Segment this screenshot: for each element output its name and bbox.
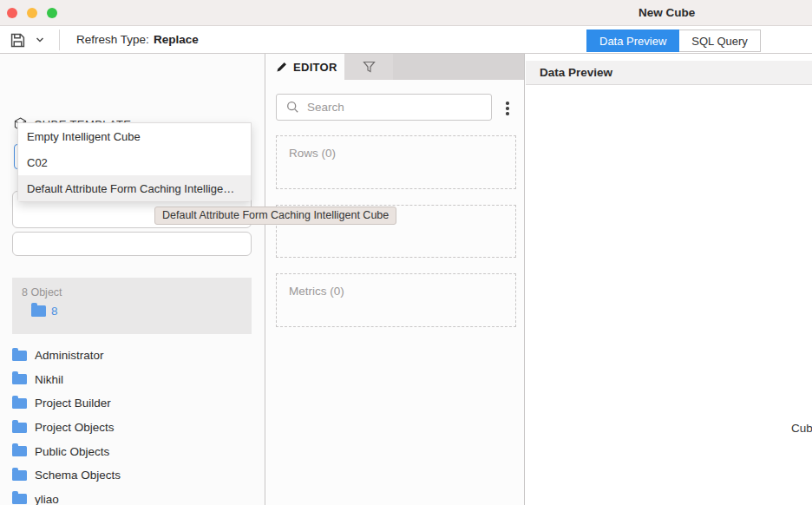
folder-item-nikhil[interactable]: Nikhil	[0, 368, 265, 392]
folder-icon	[12, 423, 27, 433]
tab-editor[interactable]: EDITOR	[266, 54, 344, 80]
folder-label: Project Objects	[35, 421, 115, 434]
refresh-type-label: Refresh Type:	[76, 33, 149, 46]
search-results-box: 8 Object 8	[12, 278, 252, 334]
chevron-down-icon	[35, 35, 45, 45]
dropdown-option-tooltip: Default Attribute Form Caching Intellige…	[154, 207, 396, 225]
result-count-label: 8 Object	[22, 286, 62, 298]
kebab-menu-button[interactable]	[502, 100, 513, 117]
rows-zone-label: Rows (0)	[289, 147, 336, 160]
refresh-type-value: Replace	[154, 33, 199, 46]
search-input[interactable]	[307, 101, 472, 114]
folder-label: Nikhil	[35, 373, 63, 386]
search-icon	[286, 101, 299, 114]
minimize-window-button[interactable]	[27, 8, 37, 18]
folder-item-schema-objects[interactable]: Schema Objects	[0, 463, 265, 488]
result-folder-count: 8	[51, 305, 58, 318]
tab-sql-query[interactable]: SQL Query	[679, 30, 761, 52]
editor-search	[276, 94, 492, 121]
dropdown-option-c02[interactable]: C02	[18, 149, 251, 175]
tab-filter[interactable]	[344, 54, 393, 80]
cube-template-panel: CUBE TEMPLATE Empty Intelligent Cube 8 O…	[0, 54, 265, 505]
view-toggle: Data Preview SQL Query	[586, 30, 761, 52]
tab-data-preview[interactable]: Data Preview	[586, 30, 679, 52]
dropdown-option-empty-intelligent-cube[interactable]: Empty Intelligent Cube	[18, 123, 251, 149]
window-title: New Cube	[638, 6, 695, 19]
result-folder-item[interactable]: 8	[31, 305, 58, 318]
folder-icon	[12, 374, 27, 384]
filter-icon	[363, 61, 376, 73]
pencil-icon	[276, 62, 287, 73]
dropdown-option-default-attribute-form-caching[interactable]: Default Attribute Form Caching Intellige…	[18, 175, 251, 201]
folder-label: Administrator	[35, 349, 104, 362]
editor-panel: EDITOR Rows (0)	[266, 54, 525, 505]
preview-message-clipped: Cub	[791, 422, 812, 435]
data-preview-header: Data Preview	[526, 61, 812, 85]
folder-label: yliao	[35, 493, 59, 505]
folder-icon	[12, 351, 27, 361]
template-dropdown-list: Empty Intelligent Cube C02 Default Attri…	[17, 122, 252, 202]
folder-icon	[12, 398, 27, 409]
data-preview-title: Data Preview	[540, 66, 612, 79]
folder-icon	[12, 446, 27, 456]
editor-tabbar: EDITOR	[266, 54, 525, 80]
folder-icon	[31, 305, 46, 317]
data-preview-panel: Data Preview Cub	[526, 54, 812, 505]
rows-drop-zone[interactable]: Rows (0)	[276, 135, 516, 189]
folder-icon	[12, 494, 27, 504]
folder-label: Schema Objects	[35, 469, 121, 482]
save-button[interactable]	[7, 30, 28, 49]
toolbar: Refresh Type: Replace Data Preview SQL Q…	[0, 26, 812, 54]
folder-item-public-objects[interactable]: Public Objects	[0, 439, 265, 463]
folder-label: Public Objects	[35, 445, 109, 458]
traffic-lights	[7, 8, 57, 18]
app-window: New Cube Refresh Type: Replace Data Pr	[0, 0, 812, 505]
zoom-window-button[interactable]	[47, 8, 57, 18]
metrics-zone-label: Metrics (0)	[289, 285, 344, 298]
tab-editor-label: EDITOR	[293, 61, 337, 74]
obscured-field	[12, 232, 252, 256]
title-bar: New Cube	[0, 0, 812, 26]
folder-item-project-builder[interactable]: Project Builder	[0, 391, 265, 416]
folder-label: Project Builder	[35, 397, 111, 410]
save-icon	[10, 33, 25, 48]
toolbar-separator	[59, 30, 60, 50]
folder-tree: Administrator Nikhil Project Builder Pro…	[0, 344, 265, 505]
close-window-button[interactable]	[7, 8, 17, 18]
metrics-drop-zone[interactable]: Metrics (0)	[276, 273, 516, 327]
folder-icon	[12, 470, 27, 481]
folder-item-project-objects[interactable]: Project Objects	[0, 416, 265, 440]
folder-item-yliao[interactable]: yliao	[0, 488, 265, 505]
save-options-button[interactable]	[29, 30, 50, 49]
folder-item-administrator[interactable]: Administrator	[0, 344, 265, 368]
